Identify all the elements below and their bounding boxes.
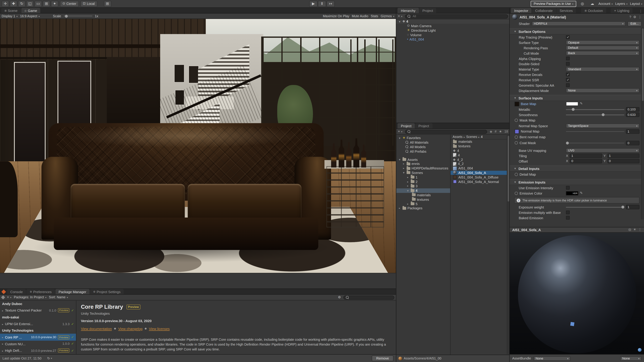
view-documentation-link[interactable]: View documentation <box>81 327 112 331</box>
tab-menu-button[interactable]: ⋮ <box>639 9 642 13</box>
favorite-all-prefabs[interactable]: All Prefabs <box>396 149 450 153</box>
file-row[interactable]: AI51_004_Sofa_A_Normal <box>451 179 510 184</box>
pause-button[interactable]: Ⅱ <box>318 1 326 7</box>
shader-dropdown[interactable]: HDRP/Lit▾ <box>532 21 626 26</box>
folder-materials[interactable]: materials <box>396 193 450 197</box>
file-row[interactable]: AI51_004_Sofa_A_Diffuse <box>451 175 510 179</box>
pm-sort-dropdown[interactable]: Sort: Name▾ <box>49 296 68 299</box>
layers-menu[interactable]: Layers▾ <box>615 2 628 5</box>
eyedropper-icon[interactable]: ✎ <box>580 192 582 195</box>
material-type-dropdown[interactable]: Standard▾ <box>566 67 640 71</box>
play-button[interactable]: ▶ <box>309 1 318 7</box>
game-viewport[interactable] <box>0 19 396 273</box>
view-licenses-link[interactable]: View licenses <box>149 327 170 331</box>
search-by-type-button[interactable]: ◈ <box>490 130 492 133</box>
maximize-on-play-toggle[interactable]: Maximize On Play <box>323 14 349 18</box>
scrollbar-thumb[interactable] <box>642 28 644 101</box>
hierarchy-item-main-camera[interactable]: ⊙Main Camera <box>396 24 510 28</box>
tiling-y-field[interactable]: 1 <box>607 153 640 158</box>
double-sided-checkbox[interactable] <box>566 62 570 66</box>
kebab-menu-icon[interactable]: ⋮ <box>638 228 642 232</box>
normal-scale-slider[interactable] <box>566 129 624 134</box>
detail-map-slot[interactable] <box>515 173 518 176</box>
remove-button[interactable]: Remove <box>372 356 394 361</box>
presets-icon[interactable]: ⚙ <box>633 15 636 19</box>
aspect-dropdown[interactable]: 16:9 Aspect▾ <box>20 14 40 18</box>
pivot-center-button[interactable]: ⊙Center <box>60 1 79 7</box>
base-uv-mapping-dropdown[interactable]: UV0▾ <box>566 148 640 153</box>
tab-preferences[interactable]: ⚙Preferences <box>26 289 55 294</box>
normal-map-thumbnail[interactable] <box>515 129 519 134</box>
inspector-scrollbar[interactable] <box>641 27 644 219</box>
layout-menu[interactable]: Layout▾ <box>630 2 642 5</box>
section-detail-inputs[interactable]: ▼Detail Inputs <box>510 165 644 172</box>
slider-thumb[interactable] <box>572 108 574 111</box>
hierarchy-item-directional-light[interactable]: ☀Directional Light <box>396 28 510 32</box>
assetbundle-dropdown[interactable]: None▾ <box>534 356 570 361</box>
favorites-save-button[interactable]: ★ <box>499 130 502 133</box>
tab-game[interactable]: ◎Game <box>21 8 40 13</box>
hierarchy-add-button[interactable]: +▾ <box>398 14 402 18</box>
transform-tool-button[interactable]: ⊞ <box>43 1 50 7</box>
scale-tool-button[interactable]: ◱ <box>26 1 34 7</box>
tab-hierarchy[interactable]: Hierarchy <box>398 8 419 13</box>
pm-package-row[interactable]: ▸Custom NU...1.0.0✓ <box>0 341 76 347</box>
scale-slider[interactable] <box>64 15 92 16</box>
hierarchy-search[interactable] <box>405 14 508 18</box>
tab-project-top[interactable]: Project <box>419 8 436 13</box>
hierarchy-scene-row[interactable]: ▼ ◆ 4 <box>396 19 510 24</box>
help-icon[interactable]: ? <box>630 15 631 19</box>
file-row[interactable]: ◆4 <box>451 148 510 153</box>
hand-tool-button[interactable]: ✛ <box>2 1 9 7</box>
offset-y-field[interactable]: 0 <box>607 159 640 163</box>
project-search[interactable] <box>405 130 487 134</box>
tab-console[interactable]: Console <box>7 289 26 294</box>
emissive-color-slot[interactable] <box>515 192 518 195</box>
file-row[interactable]: AI51_004 <box>451 166 510 170</box>
progress-button[interactable]: ◎ <box>579 1 586 7</box>
gizmos-dropdown[interactable]: Gizmos▾ <box>381 14 394 18</box>
rendering-pass-dropdown[interactable]: Default▾ <box>566 45 640 50</box>
folder-ennis[interactable]: ▸ennis <box>396 162 450 166</box>
hierarchy-item-ai51-004[interactable]: ▪AI51_004 <box>396 37 510 41</box>
favorite-all-materials[interactable]: All Materials <box>396 140 450 145</box>
tab-lighting[interactable]: ☀Lighting <box>611 8 632 13</box>
folder-hdrp-default-resources[interactable]: ▸HDRPDefaultResources <box>396 166 450 170</box>
favorite-all-models[interactable]: All Models <box>396 145 450 149</box>
bent-normal-slot[interactable] <box>515 135 518 139</box>
tab-occlusion[interactable]: ⊞Occlusion <box>581 8 606 13</box>
hierarchy-search-input[interactable] <box>412 14 506 18</box>
section-surface-inputs[interactable]: ▼Surface Inputs <box>510 95 644 101</box>
assets-root[interactable]: ▼Assets <box>396 157 450 162</box>
exposure-weight-value[interactable]: 1 <box>626 205 640 209</box>
edit-shader-button[interactable]: Edit... <box>628 21 642 26</box>
pm-add-button[interactable]: +▾ <box>7 296 12 299</box>
display-dropdown[interactable]: Display 1▾ <box>2 14 18 18</box>
file-row[interactable]: materials <box>451 140 510 144</box>
normal-map-space-dropdown[interactable]: TangentSpace▾ <box>566 123 640 128</box>
tab-scene[interactable]: ⊞Scene <box>1 8 21 13</box>
pm-settings-button[interactable]: ⚙ <box>338 296 341 299</box>
surface-type-dropdown[interactable]: Opaque▾ <box>566 40 640 45</box>
file-row[interactable]: ◆4_2 <box>451 157 510 162</box>
tab-inspector[interactable]: Inspector <box>511 8 532 13</box>
coat-mask-slot[interactable] <box>515 141 518 144</box>
section-surface-options[interactable]: ▼Surface Options <box>510 28 644 34</box>
project-add-button[interactable]: +▾ <box>398 130 402 133</box>
baked-emission-checkbox[interactable] <box>566 216 570 220</box>
breadcrumb-assets[interactable]: Assets <box>453 135 462 139</box>
preview-packages-badge[interactable]: Preview Packages in Use▾ <box>531 1 576 7</box>
pm-package-row-selected[interactable]: ▸Core RP ...10.0.0-preview.30Preview✓ <box>0 334 76 341</box>
slider-thumb[interactable] <box>621 206 624 209</box>
receive-ssr-checkbox[interactable]: ✓ <box>566 78 570 82</box>
pm-filter-dropdown[interactable]: Packages: In Project▾ <box>14 296 46 299</box>
assetbundle-variant-dropdown[interactable]: None▾ <box>620 356 642 361</box>
tab-project-settings[interactable]: ⚙Project Settings <box>90 289 124 294</box>
rect-tool-button[interactable]: ▭ <box>34 1 42 7</box>
alpha-clipping-checkbox[interactable] <box>566 57 570 60</box>
tiling-x-field[interactable]: 1 <box>570 153 602 158</box>
kebab-menu-icon[interactable]: ⋮ <box>638 15 642 19</box>
folder-scene-5[interactable]: ▸5 <box>396 202 450 206</box>
tab-project[interactable]: Project <box>398 123 415 129</box>
breadcrumb-scenes[interactable]: Scenes <box>466 135 477 139</box>
